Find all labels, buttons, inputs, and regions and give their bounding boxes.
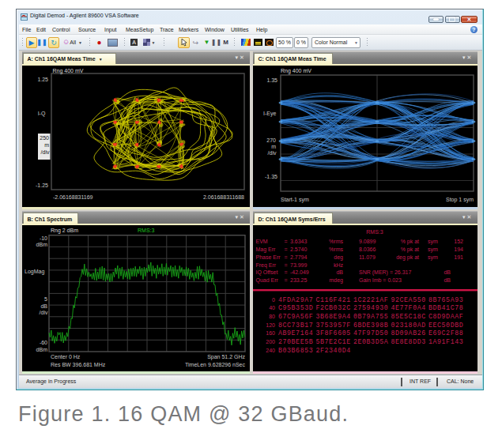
- svg-text:-1.25: -1.25: [36, 182, 48, 187]
- svg-text:Rng 400 mV: Rng 400 mV: [52, 67, 83, 73]
- svg-text:dBm: dBm: [36, 242, 47, 247]
- svg-text:1C2221AF: 1C2221AF: [353, 296, 388, 303]
- svg-text:152: 152: [454, 239, 463, 244]
- svg-text:dB: dB: [40, 303, 47, 309]
- svg-text:dB: dB: [443, 269, 451, 275]
- svg-text:sym: sym: [428, 254, 438, 261]
- svg-text:kHz: kHz: [333, 262, 343, 268]
- svg-text:C95B353D: C95B353D: [278, 304, 313, 311]
- svg-text:80: 80: [269, 314, 275, 319]
- svg-text:3B68E9A4: 3B68E9A4: [315, 313, 350, 320]
- svg-text:Phase Err: Phase Err: [255, 254, 281, 260]
- svg-text:/div: /div: [39, 310, 47, 315]
- svg-text:3.6343: 3.6343: [290, 239, 308, 244]
- svg-text:% pk at: % pk at: [400, 247, 418, 253]
- svg-text:1A91F143: 1A91F143: [428, 338, 463, 345]
- svg-text:RMS:3: RMS:3: [366, 229, 383, 235]
- svg-text:Rng 400 mV: Rng 400 mV: [281, 67, 311, 73]
- svg-text:4E77F0A4: 4E77F0A4: [391, 304, 425, 311]
- svg-text:250: 250: [40, 135, 49, 141]
- svg-text:92CEA550: 92CEA550: [391, 296, 425, 303]
- svg-text:EVM: EVM: [255, 239, 267, 244]
- svg-text:120: 120: [266, 322, 275, 328]
- svg-text:194: 194: [454, 247, 463, 252]
- svg-text:1.35: 1.35: [266, 77, 277, 83]
- svg-text:% pk at: % pk at: [400, 239, 418, 245]
- svg-text:6BDE398B: 6BDE398B: [353, 322, 388, 329]
- svg-text:8CC73B17: 8CC73B17: [278, 322, 313, 329]
- svg-text:5: 5: [44, 296, 47, 302]
- svg-text:m: m: [44, 142, 49, 148]
- svg-text:dB: dB: [443, 277, 451, 283]
- svg-text:3F8F6605: 3F8F6605: [315, 329, 350, 337]
- svg-text:B03B6853: B03B6853: [278, 347, 313, 354]
- svg-text:270BEE5B: 270BEE5B: [278, 338, 313, 345]
- svg-text:dBm: dBm: [36, 347, 47, 352]
- svg-text:Start-1 sym: Start-1 sym: [281, 197, 309, 203]
- svg-text:47F97D50: 47F97D50: [353, 329, 388, 337]
- svg-text:sym: sym: [428, 247, 438, 253]
- svg-text:8B765A93: 8B765A93: [428, 296, 463, 303]
- svg-text:C8D9DAAF: C8D9DAAF: [428, 313, 463, 320]
- svg-text:Span 51.2 GHz: Span 51.2 GHz: [207, 354, 245, 360]
- svg-text:85E5C18C: 85E5C18C: [391, 313, 425, 320]
- svg-text:2.7794: 2.7794: [290, 254, 308, 260]
- svg-text:=: =: [284, 239, 287, 244]
- svg-text:BDB41C78: BDB41C78: [428, 304, 463, 311]
- svg-text:3753957F: 3753957F: [315, 322, 350, 329]
- svg-text:=: =: [284, 247, 287, 252]
- svg-text:27594930: 27594930: [353, 304, 388, 311]
- svg-text:Gain Imb = 0.023: Gain Imb = 0.023: [359, 277, 402, 283]
- svg-text:8D09AB26: 8D09AB26: [391, 329, 425, 337]
- svg-text:Freq Err: Freq Err: [255, 262, 276, 269]
- svg-text:mdeg: mdeg: [329, 277, 343, 284]
- svg-text:4FDA29A7: 4FDA29A7: [278, 296, 313, 303]
- svg-text:5B7E2C1E: 5B7E2C1E: [315, 338, 350, 345]
- svg-text:-1.35: -1.35: [265, 174, 277, 179]
- svg-text:0B79A755: 0B79A755: [353, 313, 388, 320]
- svg-text:RMS:3: RMS:3: [138, 228, 155, 233]
- svg-text:0: 0: [272, 297, 275, 303]
- svg-text:/div: /div: [40, 149, 49, 155]
- svg-text:Res BW 396.681 MHz: Res BW 396.681 MHz: [51, 362, 106, 367]
- svg-text:8E8E8DD3: 8E8E8DD3: [391, 338, 425, 345]
- svg-text:EEC50DBD: EEC50DBD: [428, 322, 463, 329]
- svg-text:8.0366: 8.0366: [359, 247, 376, 252]
- svg-text:240: 240: [266, 348, 275, 353]
- svg-text:11.079: 11.079: [359, 254, 376, 260]
- svg-text:2.5740: 2.5740: [290, 247, 308, 252]
- svg-text:I-Eye: I-Eye: [263, 111, 276, 117]
- svg-text:deg pk at: deg pk at: [396, 254, 419, 261]
- svg-text:=: =: [284, 269, 287, 275]
- svg-text:270: 270: [266, 137, 276, 142]
- svg-text:LogMag: LogMag: [25, 269, 44, 275]
- svg-text:9.0899: 9.0899: [359, 239, 376, 244]
- svg-text:2E0B3D5A: 2E0B3D5A: [353, 338, 388, 345]
- svg-text:Mag Err: Mag Err: [255, 247, 276, 253]
- svg-text:=: =: [284, 254, 287, 260]
- svg-text:sym: sym: [428, 239, 438, 245]
- svg-text:=: =: [284, 262, 287, 268]
- svg-text:Rng 2 dBm: Rng 2 dBm: [51, 228, 78, 234]
- svg-text:m: m: [271, 143, 276, 149]
- svg-text:2.061688311688: 2.061688311688: [202, 194, 243, 199]
- svg-text:/div: /div: [267, 149, 276, 155]
- svg-text:40: 40: [269, 305, 275, 311]
- svg-text:%rms: %rms: [329, 239, 343, 244]
- svg-text:-60: -60: [39, 340, 47, 345]
- svg-text:-42.049: -42.049: [290, 269, 309, 275]
- svg-text:200: 200: [266, 339, 275, 344]
- svg-text:E69C2F88: E69C2F88: [428, 329, 463, 337]
- svg-text:SNR (MER) = 26.317: SNR (MER) = 26.317: [359, 269, 411, 276]
- svg-text:233.25: 233.25: [290, 277, 308, 283]
- svg-text:73.999: 73.999: [290, 262, 308, 268]
- svg-text:-2.06168831169: -2.06168831169: [53, 194, 93, 199]
- svg-text:deg: deg: [334, 254, 343, 261]
- svg-text:Stop 1 sym: Stop 1 sym: [445, 197, 473, 203]
- svg-text:C116F421: C116F421: [315, 296, 350, 303]
- svg-text:TimeLen 9.628296 nSec: TimeLen 9.628296 nSec: [184, 362, 245, 367]
- svg-text:2F2340D4: 2F2340D4: [315, 347, 350, 354]
- svg-text:=: =: [284, 277, 287, 283]
- svg-text:dB: dB: [336, 269, 343, 275]
- svg-text:Center 0 Hz: Center 0 Hz: [51, 354, 81, 360]
